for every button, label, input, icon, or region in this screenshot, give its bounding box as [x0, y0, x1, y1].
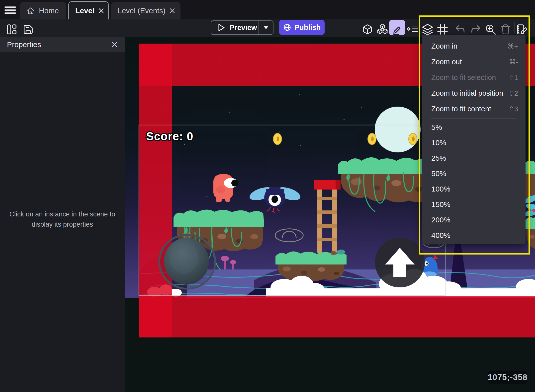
- edit-mode-icon[interactable]: [390, 22, 404, 36]
- close-icon[interactable]: [98, 8, 104, 13]
- zoom-in-icon[interactable]: [484, 22, 498, 36]
- preview-main[interactable]: Preview: [211, 21, 259, 34]
- red-band-bottom[interactable]: [139, 296, 535, 337]
- moon[interactable]: [375, 107, 421, 152]
- menu-item-zoom-10[interactable]: 10%: [422, 135, 526, 150]
- zoom-level-label: 100%: [431, 185, 450, 193]
- tab-bar: Home Level Level (Events): [0, 0, 535, 19]
- empty-state-message: Click on an instance in the scene to dis…: [5, 209, 120, 230]
- menu-item-label: Zoom in: [431, 42, 457, 50]
- panel-title: Properties: [7, 40, 41, 49]
- menu-item-label: Zoom to fit selection: [431, 73, 496, 82]
- red-band-left[interactable]: [139, 44, 172, 337]
- menu-icon[interactable]: [4, 6, 16, 14]
- menu-separator: [431, 118, 517, 119]
- zoom-level-label: 150%: [431, 200, 450, 209]
- instances-list-icon[interactable]: [406, 22, 420, 36]
- zoom-level-label: 400%: [431, 231, 450, 240]
- coin: [273, 133, 282, 145]
- menu-item-zoom-150[interactable]: 150%: [422, 197, 526, 212]
- tab-level[interactable]: Level: [68, 1, 109, 19]
- zoom-dropdown-menu: Zoom in ⌘+ Zoom out ⌘- Zoom to fit selec…: [422, 35, 526, 244]
- properties-header: Properties: [0, 37, 125, 52]
- coin: [409, 133, 417, 145]
- toolbar-separator: [514, 22, 515, 33]
- zoom-level-label: 5%: [431, 123, 442, 131]
- preview-options-button[interactable]: [259, 21, 273, 34]
- platform-mid-right[interactable]: [275, 250, 347, 281]
- shortcut-label: ⌘-: [509, 58, 518, 66]
- menu-item-label: Zoom out: [431, 58, 462, 66]
- shortcut-label: ⇧2: [509, 89, 518, 97]
- menu-item-zoom-5[interactable]: 5%: [422, 120, 526, 135]
- play-icon: [218, 24, 225, 32]
- menu-item-zoom-in[interactable]: Zoom in ⌘+: [422, 38, 526, 54]
- menu-item-zoom-25[interactable]: 25%: [422, 150, 526, 166]
- cursor-coordinates: 1075;-358: [488, 371, 527, 384]
- score-text[interactable]: Score: 0: [146, 130, 193, 143]
- shortcut-label: ⌘+: [507, 42, 518, 50]
- chevron-down-icon: [264, 26, 268, 29]
- menu-item-zoom-fit-selection: Zoom to fit selection ⇧1: [422, 70, 526, 85]
- grid-icon[interactable]: [436, 22, 449, 36]
- menu-item-zoom-400[interactable]: 400%: [422, 228, 526, 243]
- layout-icon[interactable]: [5, 22, 19, 36]
- shortcut-label: ⇧1: [509, 74, 518, 82]
- close-icon[interactable]: [170, 8, 175, 13]
- shortcut-label: ⇧3: [509, 105, 518, 113]
- jump-button[interactable]: [375, 238, 425, 287]
- menu-item-zoom-fit-content[interactable]: Zoom to fit content ⇧3: [422, 101, 526, 117]
- tab-label: Level: [75, 6, 94, 15]
- joystick-control[interactable]: [159, 235, 215, 289]
- preview-label: Preview: [230, 24, 257, 32]
- delete-icon[interactable]: [499, 22, 513, 36]
- menu-item-zoom-initial-position[interactable]: Zoom to initial position ⇧2: [422, 85, 526, 101]
- menu-item-zoom-out[interactable]: Zoom out ⌘-: [422, 54, 526, 70]
- menu-item-label: Zoom to fit content: [431, 105, 491, 113]
- tab-level-events[interactable]: Level (Events): [111, 2, 180, 19]
- save-icon[interactable]: [21, 22, 35, 36]
- object-groups-icon[interactable]: [375, 22, 389, 36]
- menu-item-zoom-50[interactable]: 50%: [422, 166, 526, 181]
- menu-item-zoom-200[interactable]: 200%: [422, 212, 526, 228]
- zoom-level-label: 10%: [431, 138, 446, 147]
- home-icon: [26, 6, 35, 15]
- coin: [368, 133, 376, 145]
- objects-panel-icon[interactable]: [360, 22, 374, 36]
- globe-icon: [283, 23, 291, 31]
- undo-icon[interactable]: [453, 22, 467, 36]
- tab-home[interactable]: Home: [20, 2, 66, 19]
- zoom-level-label: 25%: [431, 154, 446, 162]
- zoom-level-label: 200%: [431, 216, 450, 224]
- publish-label: Publish: [295, 23, 321, 32]
- scene-properties-icon[interactable]: [515, 22, 529, 36]
- zoom-level-label: 50%: [431, 169, 446, 178]
- toolbar-separator: [452, 22, 452, 33]
- menu-item-zoom-100[interactable]: 100%: [422, 181, 526, 197]
- layers-icon[interactable]: [421, 22, 435, 36]
- close-icon[interactable]: [111, 41, 118, 48]
- menu-item-label: Zoom to initial position: [431, 89, 503, 97]
- tab-label: Level (Events): [118, 6, 166, 15]
- properties-panel: Properties Click on an instance in the s…: [0, 37, 125, 392]
- redo-icon[interactable]: [469, 22, 483, 36]
- tab-label: Home: [39, 6, 59, 15]
- publish-button[interactable]: Publish: [279, 20, 325, 35]
- preview-button[interactable]: Preview: [211, 20, 273, 35]
